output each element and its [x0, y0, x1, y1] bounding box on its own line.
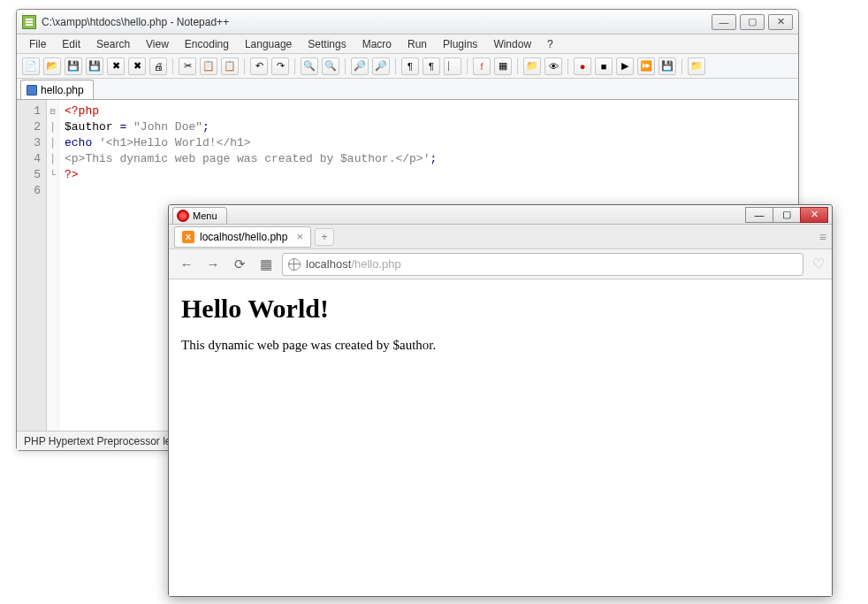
tab-title: localhost/hello.php: [200, 231, 287, 243]
new-tab-button[interactable]: +: [315, 228, 334, 246]
browser-titlebar[interactable]: Menu — ▢ ✕: [169, 205, 832, 225]
status-text: PHP Hypertext Preprocessor le: [24, 435, 171, 447]
save-macro-icon[interactable]: 💾: [659, 57, 676, 75]
notepad-app-icon: [22, 15, 36, 29]
bookmark-button[interactable]: ♡: [812, 256, 825, 272]
speed-dial-button[interactable]: ▦: [255, 254, 277, 275]
menu-run[interactable]: Run: [400, 36, 434, 52]
close-all-icon[interactable]: ✖: [128, 57, 146, 75]
tab-menu-icon[interactable]: ≡: [819, 230, 826, 244]
record-macro-icon[interactable]: ●: [574, 57, 591, 75]
separator: [567, 58, 568, 74]
separator: [172, 58, 173, 74]
close-file-icon[interactable]: ✖: [107, 57, 125, 75]
xampp-icon: X: [182, 231, 194, 243]
separator: [244, 58, 245, 74]
page-heading: Hello World!: [181, 294, 819, 324]
function-list-icon[interactable]: f: [473, 57, 491, 75]
close-button[interactable]: ✕: [768, 14, 793, 30]
print-icon[interactable]: 🖨: [149, 57, 167, 75]
zoom-in-icon[interactable]: 🔎: [351, 57, 369, 75]
menu-language[interactable]: Language: [238, 36, 299, 52]
menu-search[interactable]: Search: [89, 36, 137, 52]
menu-edit[interactable]: Edit: [55, 36, 88, 52]
stop-macro-icon[interactable]: ■: [595, 57, 613, 75]
monitoring-icon[interactable]: 👁: [544, 57, 562, 75]
window-controls: — ▢ ✕: [712, 14, 793, 30]
maximize-button[interactable]: ▢: [773, 207, 801, 223]
url-host: localhost: [306, 257, 351, 271]
save-icon[interactable]: 💾: [65, 57, 82, 75]
browser-window: Menu — ▢ ✕ X localhost/hello.php × + ≡ ←…: [168, 204, 833, 597]
file-tab-label: hello.php: [41, 84, 84, 96]
new-file-icon[interactable]: 📄: [22, 57, 40, 75]
show-all-chars-icon[interactable]: ¶: [423, 57, 440, 75]
save-all-icon[interactable]: 💾: [86, 57, 103, 75]
browser-tabbar: X localhost/hello.php × + ≡: [169, 225, 832, 249]
browser-tab[interactable]: X localhost/hello.php ×: [174, 226, 311, 248]
cut-icon[interactable]: ✂: [179, 57, 196, 75]
open-file-icon[interactable]: 📂: [43, 57, 61, 75]
url-path: /hello.php: [351, 257, 400, 271]
minimize-button[interactable]: —: [745, 207, 773, 223]
menu-settings[interactable]: Settings: [301, 36, 353, 52]
notepad-toolbar: 📄 📂 💾 💾 ✖ ✖ 🖨 ✂ 📋 📋 ↶ ↷ 🔍 🔍 🔎 🔎 ¶ ¶ ⎸ f …: [17, 54, 798, 79]
menu-window[interactable]: Window: [486, 36, 538, 52]
address-bar[interactable]: localhost/hello.php: [282, 253, 803, 276]
separator: [395, 58, 396, 74]
separator: [517, 58, 518, 74]
menu-label: Menu: [193, 210, 217, 221]
browser-toolbar: ← → ⟳ ▦ localhost/hello.php ♡: [169, 249, 832, 279]
line-number-gutter: 123456: [17, 100, 47, 431]
notepad-title: C:\xampp\htdocs\hello.php - Notepad++: [42, 16, 712, 28]
minimize-button[interactable]: —: [712, 14, 736, 30]
back-button[interactable]: ←: [176, 254, 197, 275]
browser-viewport: Hello World! This dynamic web page was c…: [169, 279, 832, 596]
separator: [345, 58, 346, 74]
forward-button[interactable]: →: [202, 254, 224, 275]
find-icon[interactable]: 🔍: [301, 57, 318, 75]
menu-view[interactable]: View: [139, 36, 176, 52]
separator: [467, 58, 468, 74]
folder-icon[interactable]: 📁: [523, 57, 541, 75]
replace-icon[interactable]: 🔍: [322, 57, 339, 75]
zoom-out-icon[interactable]: 🔎: [372, 57, 390, 75]
play-macro-icon[interactable]: ▶: [616, 57, 634, 75]
menu-plugins[interactable]: Plugins: [436, 36, 484, 52]
doc-map-icon[interactable]: ▦: [494, 57, 512, 75]
separator: [681, 58, 682, 74]
undo-icon[interactable]: ↶: [250, 57, 268, 75]
opera-icon: [177, 210, 189, 222]
menu-file[interactable]: File: [22, 36, 53, 52]
separator: [294, 58, 295, 74]
maximize-button[interactable]: ▢: [740, 14, 765, 30]
notepad-titlebar[interactable]: C:\xampp\htdocs\hello.php - Notepad++ — …: [17, 10, 798, 34]
misc-icon[interactable]: 📁: [688, 57, 705, 75]
tab-close-icon[interactable]: ×: [296, 230, 303, 243]
copy-icon[interactable]: 📋: [200, 57, 217, 75]
notepad-menubar: FileEditSearchViewEncodingLanguageSettin…: [17, 34, 798, 54]
paste-icon[interactable]: 📋: [221, 57, 239, 75]
fold-column: ⊟│││└: [47, 100, 59, 431]
notepad-tabbar: hello.php: [17, 79, 798, 100]
globe-icon: [288, 258, 301, 271]
reload-button[interactable]: ⟳: [229, 254, 250, 275]
disk-icon: [27, 85, 37, 96]
menu-help[interactable]: ?: [540, 36, 560, 52]
redo-icon[interactable]: ↷: [271, 57, 289, 75]
play-multiple-icon[interactable]: ⏩: [637, 57, 655, 75]
wordwrap-icon[interactable]: ¶: [401, 57, 419, 75]
page-paragraph: This dynamic web page was created by $au…: [181, 338, 819, 353]
menu-macro[interactable]: Macro: [355, 36, 399, 52]
close-button[interactable]: ✕: [800, 207, 828, 223]
browser-menu-button[interactable]: Menu: [172, 207, 227, 224]
menu-encoding[interactable]: Encoding: [178, 36, 236, 52]
browser-window-controls: — ▢ ✕: [746, 207, 828, 223]
file-tab[interactable]: hello.php: [20, 80, 94, 99]
indent-guide-icon[interactable]: ⎸: [444, 57, 461, 75]
